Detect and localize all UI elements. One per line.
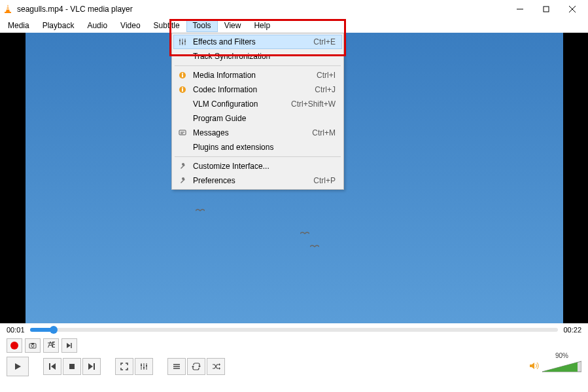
menu-subtitle[interactable]: Subtitle — [147, 19, 186, 32]
bird-icon — [196, 206, 205, 211]
play-button[interactable] — [7, 357, 29, 376]
main-controls: 90% — [0, 355, 588, 378]
menu-playback[interactable]: Playback — [36, 19, 81, 32]
menu-audio[interactable]: Audio — [80, 19, 114, 32]
dd-label: Effects and Filters — [189, 37, 313, 46]
wrench-icon — [176, 162, 189, 170]
maximize-button[interactable] — [533, 1, 559, 17]
menu-video[interactable]: Video — [114, 19, 147, 32]
messages-icon — [176, 129, 189, 137]
menu-vlm-config[interactable]: VLM Configuration Ctrl+Shift+W — [173, 97, 342, 111]
dd-label: Media Information — [189, 71, 317, 80]
close-button[interactable] — [559, 1, 585, 17]
info-icon — [176, 71, 189, 79]
svg-rect-2 — [6, 9, 9, 10]
dd-shortcut: Ctrl+J — [315, 85, 339, 94]
fullscreen-button[interactable] — [115, 358, 133, 375]
svg-marker-46 — [192, 366, 194, 368]
volume-percent: 90% — [555, 352, 568, 359]
loop-ab-button[interactable]: AB — [43, 338, 59, 353]
menu-tools[interactable]: Tools — [186, 19, 218, 32]
title-bar: seagulls.mp4 - VLC media player — [0, 0, 588, 18]
menu-media[interactable]: Media — [1, 19, 36, 32]
stop-icon — [67, 362, 77, 371]
svg-rect-11 — [179, 40, 181, 41]
dd-shortcut: Ctrl+E — [313, 37, 339, 46]
loop-icon — [192, 362, 201, 371]
dd-shortcut: Ctrl+P — [313, 176, 339, 185]
next-button[interactable] — [82, 358, 101, 375]
speaker-icon[interactable] — [529, 361, 540, 372]
sliders-icon — [176, 38, 189, 46]
dd-label: Preferences — [189, 176, 313, 185]
playlist-button[interactable] — [167, 358, 186, 375]
separator — [175, 156, 341, 157]
fullscreen-icon — [120, 362, 129, 371]
bird-icon — [310, 242, 319, 247]
menu-effects-filters[interactable]: Effects and Filters Ctrl+E — [173, 35, 342, 49]
seek-bar[interactable] — [30, 328, 559, 332]
playlist-icon — [172, 362, 181, 371]
svg-marker-32 — [51, 363, 56, 370]
dd-label: Program Guide — [189, 114, 336, 123]
record-icon — [10, 342, 18, 349]
menu-media-info[interactable]: Media Information Ctrl+I — [173, 68, 342, 82]
wrench-icon — [176, 177, 189, 185]
volume-control: 90% — [529, 360, 581, 373]
bird-icon — [300, 229, 309, 234]
menu-customize[interactable]: Customize Interface... — [173, 159, 342, 173]
dd-label: Track Synchronization — [189, 52, 336, 61]
menu-bar: Media Playback Audio Video Subtitle Tool… — [0, 18, 588, 33]
menu-track-sync[interactable]: Track Synchronization — [173, 49, 342, 63]
svg-point-24 — [31, 345, 34, 347]
seek-bar-row: 00:01 00:22 — [0, 323, 588, 336]
svg-rect-40 — [143, 367, 145, 368]
dd-shortcut: Ctrl+M — [312, 128, 339, 137]
svg-rect-13 — [184, 41, 186, 42]
menu-codec-info[interactable]: Codec Information Ctrl+J — [173, 82, 342, 97]
shuffle-button[interactable] — [207, 358, 225, 375]
menu-preferences[interactable]: Preferences Ctrl+P — [173, 173, 342, 188]
menu-help[interactable]: Help — [247, 19, 277, 32]
menu-messages[interactable]: Messages Ctrl+M — [173, 126, 342, 140]
svg-rect-18 — [182, 89, 183, 92]
menu-view[interactable]: View — [218, 19, 248, 32]
loop-button[interactable] — [187, 358, 205, 375]
dd-label: Codec Information — [189, 85, 315, 94]
svg-marker-45 — [198, 366, 201, 368]
snapshot-button[interactable] — [25, 338, 41, 353]
time-total[interactable]: 00:22 — [563, 326, 581, 334]
time-elapsed[interactable]: 00:01 — [7, 326, 25, 334]
separator — [175, 65, 341, 66]
svg-marker-0 — [6, 5, 10, 12]
svg-rect-15 — [182, 75, 183, 77]
dd-shortcut: Ctrl+I — [317, 71, 339, 80]
svg-rect-33 — [69, 364, 75, 369]
menu-program-guide[interactable]: Program Guide — [173, 111, 342, 126]
camera-icon — [29, 342, 37, 349]
vlc-cone-icon — [3, 4, 13, 14]
dd-label: VLM Configuration — [189, 99, 291, 109]
minimize-button[interactable] — [507, 1, 533, 17]
record-button[interactable] — [7, 338, 22, 353]
tools-dropdown: Effects and Filters Ctrl+E Track Synchro… — [171, 33, 344, 190]
prev-button[interactable] — [43, 358, 61, 375]
stop-button[interactable] — [63, 358, 81, 375]
menu-plugins[interactable]: Plugins and extensions — [173, 140, 342, 154]
volume-slider[interactable]: 90% — [542, 360, 581, 373]
svg-rect-16 — [182, 73, 183, 75]
svg-rect-12 — [182, 43, 183, 44]
ext-settings-button[interactable] — [135, 358, 153, 375]
dd-shortcut: Ctrl+Shift+W — [291, 99, 339, 109]
svg-rect-3 — [5, 12, 11, 13]
next-icon — [87, 362, 96, 371]
svg-marker-30 — [15, 363, 21, 370]
advanced-controls: AB — [0, 336, 588, 355]
svg-marker-34 — [88, 363, 93, 370]
dd-label: Plugins and extensions — [189, 143, 336, 152]
svg-rect-41 — [146, 365, 147, 366]
seek-thumb[interactable] — [50, 326, 58, 334]
svg-rect-25 — [31, 343, 34, 344]
frame-step-button[interactable] — [61, 338, 77, 353]
window-title: seagulls.mp4 - VLC media player — [17, 5, 507, 14]
